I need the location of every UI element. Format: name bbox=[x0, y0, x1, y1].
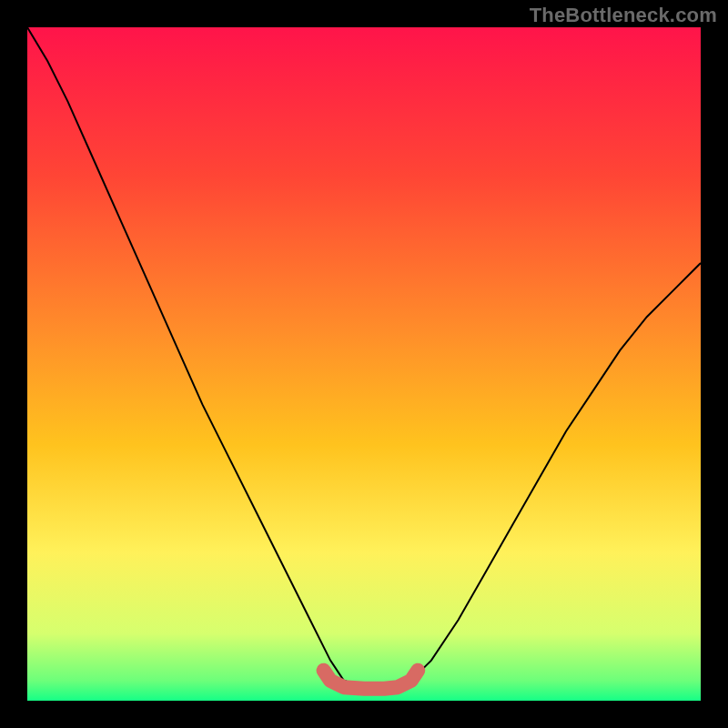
plot-area bbox=[27, 27, 701, 701]
gradient-background bbox=[27, 27, 701, 701]
chart-frame: TheBottleneck.com bbox=[0, 0, 728, 728]
watermark-text: TheBottleneck.com bbox=[530, 4, 717, 27]
chart-svg bbox=[27, 27, 701, 701]
